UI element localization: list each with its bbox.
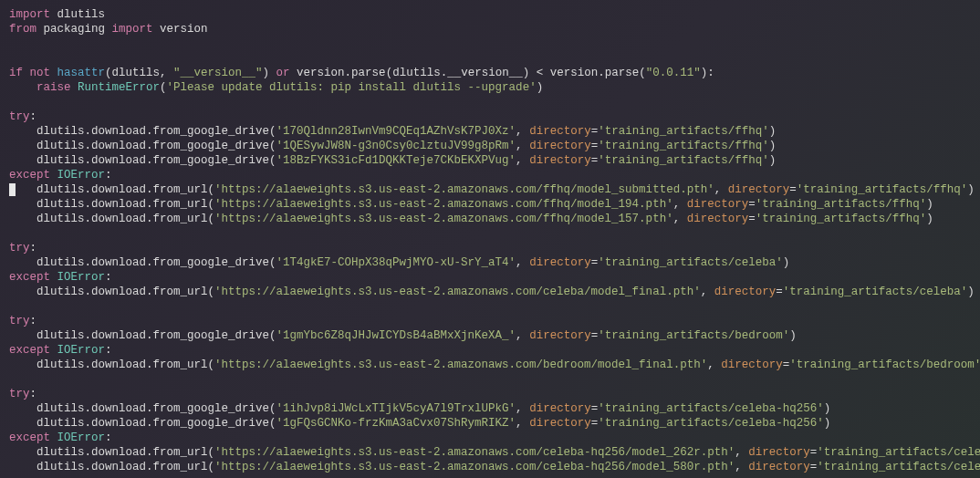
code-token: "__version__"	[173, 67, 263, 79]
code-line[interactable]: dlutils.download.from_google_drive('1T4g…	[9, 255, 971, 270]
code-line[interactable]: try:	[9, 241, 971, 255]
code-line[interactable]	[9, 36, 971, 51]
code-token: 'training_artifacts/ffhq'	[756, 198, 927, 211]
code-line[interactable]: dlutils.download.from_google_drive('170Q…	[9, 124, 971, 139]
code-line[interactable]: dlutils.download.from_url('https://alaew…	[9, 197, 971, 212]
code-token	[9, 96, 16, 109]
code-line[interactable]	[9, 226, 971, 241]
code-token	[9, 300, 16, 313]
code-token: :	[105, 431, 112, 444]
code-line[interactable]: dlutils.download.from_url('https://alaew…	[9, 285, 971, 299]
code-token: directory	[529, 329, 591, 342]
code-line[interactable]: try:	[9, 109, 971, 124]
code-token: =	[748, 213, 756, 225]
code-token: 'https://alaeweights.s3.us-east-2.amazon…	[214, 461, 735, 473]
code-token: 'https://alaeweights.s3.us-east-2.amazon…	[214, 183, 714, 196]
code-line[interactable]: dlutils.download.from_google_drive('18Bz…	[9, 153, 971, 168]
code-token: 'training_artifacts/ffhq'	[797, 183, 968, 196]
code-token	[9, 37, 16, 50]
code-token	[9, 81, 36, 94]
code-token: ,	[735, 461, 748, 473]
code-line[interactable]: if not hasattr(dlutils, "__version__") o…	[9, 66, 971, 80]
code-token: directory	[529, 256, 591, 269]
code-line[interactable]: dlutils.download.from_google_drive('1ihJ…	[9, 401, 971, 416]
code-token: )	[783, 256, 790, 269]
code-line[interactable]: try:	[9, 314, 971, 328]
code-line[interactable]: except IOError:	[9, 168, 971, 182]
code-line[interactable]	[9, 372, 971, 387]
code-line[interactable]: dlutils.download.from_url('https://alaew…	[9, 212, 971, 226]
code-token: '1gmYbc6Z8qJHJwICYDsB4aBMxXjnKeXA_'	[276, 329, 516, 342]
code-token: 'training_artifacts/bedroom'	[789, 358, 980, 371]
code-token: except	[9, 271, 57, 284]
code-token: IOError	[57, 169, 106, 182]
code-line[interactable]	[9, 51, 971, 66]
code-token: =	[789, 183, 797, 196]
code-line[interactable]: dlutils.download.from_url('https://alaew…	[9, 358, 971, 372]
code-token: ,	[516, 154, 529, 167]
code-token: 'training_artifacts/ffhq'	[598, 154, 769, 167]
code-token: dlutils.download.from_google_drive(	[9, 402, 276, 415]
code-token: :	[30, 388, 37, 400]
code-token: '170Qldnn28IwnVm9CQEq1AZhVsK7PJ0Xz'	[276, 125, 516, 138]
code-token: 'training_artifacts/ffhq'	[756, 213, 927, 225]
code-line[interactable]: try:	[9, 387, 971, 401]
code-token: :	[30, 110, 37, 123]
code-token: dlutils.download.from_url(	[9, 286, 214, 298]
code-token: )	[263, 67, 276, 79]
code-token: 'https://alaeweights.s3.us-east-2.amazon…	[214, 213, 673, 225]
code-line[interactable]: dlutils.download.from_url('https://alaew…	[9, 460, 971, 474]
code-token: if not	[9, 67, 57, 79]
code-token: 'https://alaeweights.s3.us-east-2.amazon…	[214, 446, 735, 459]
code-line[interactable]: from packaging import version	[9, 22, 971, 36]
code-token: dlutils.download.from_google_drive(	[9, 256, 276, 269]
code-line[interactable]	[9, 95, 971, 109]
code-token: dlutils.download.from_url(	[9, 461, 214, 473]
code-token: except	[9, 431, 57, 444]
code-editor[interactable]: import dlutilsfrom packaging import vers…	[9, 7, 971, 474]
code-token: )	[824, 402, 831, 415]
code-token: directory	[748, 461, 810, 473]
code-token: ,	[516, 256, 529, 269]
code-token: )	[789, 329, 797, 342]
code-line[interactable]: dlutils.download.from_google_drive('1QES…	[9, 139, 971, 153]
code-token: 'Please update dlutils: pip install dlut…	[167, 81, 537, 94]
code-token: directory	[687, 198, 749, 211]
code-line[interactable]: except IOError:	[9, 270, 971, 285]
code-token: dlutils.download.from_google_drive(	[9, 140, 276, 152]
code-token: :	[30, 315, 37, 327]
code-token: 'training_artifacts/ffhq'	[598, 140, 769, 152]
code-token: dlutils.download.from_url(	[9, 183, 214, 196]
code-line[interactable]: dlutils.download.from_url('https://alaew…	[9, 182, 971, 197]
code-token: )	[926, 213, 933, 225]
code-token: directory	[529, 154, 591, 167]
code-line[interactable]	[9, 299, 971, 314]
code-token: from	[9, 23, 44, 36]
code-token: RuntimeError	[78, 81, 160, 94]
code-token: )	[967, 286, 975, 298]
code-token	[9, 52, 16, 65]
code-token: except	[9, 169, 57, 182]
code-line[interactable]: except IOError:	[9, 431, 971, 445]
code-token: ,	[714, 183, 728, 196]
code-token: :	[105, 344, 112, 357]
code-line[interactable]: dlutils.download.from_google_drive('1gFQ…	[9, 416, 971, 431]
code-token: ,	[707, 358, 721, 371]
code-token: 'training_artifacts/celeba-hq256'	[817, 446, 980, 459]
code-token: directory	[687, 213, 749, 225]
code-line[interactable]: except IOError:	[9, 343, 971, 358]
code-line[interactable]: import dlutils	[9, 7, 971, 22]
code-token: ,	[701, 286, 714, 298]
code-token: ):	[701, 67, 714, 79]
code-token: dlutils.download.from_url(	[9, 446, 214, 459]
code-line[interactable]: dlutils.download.from_google_drive('1gmY…	[9, 328, 971, 343]
code-token: (dlutils,	[105, 67, 173, 79]
code-token: '18BzFYKS3icFd1DQKKTeje7CKbEKXPVug'	[276, 154, 516, 167]
code-line[interactable]: dlutils.download.from_url('https://alaew…	[9, 445, 971, 460]
code-token: 'training_artifacts/celeba'	[783, 286, 968, 298]
code-line[interactable]: raise RuntimeError('Please update dlutil…	[9, 80, 971, 95]
code-token: or	[276, 67, 297, 79]
code-token: dlutils	[57, 8, 106, 21]
code-token: ,	[516, 125, 529, 138]
code-token: 'training_artifacts/celeba'	[598, 256, 783, 269]
